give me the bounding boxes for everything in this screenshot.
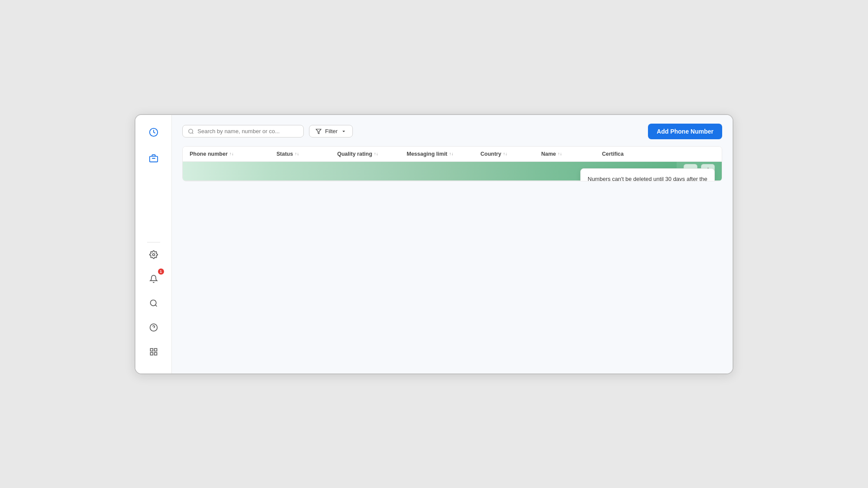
tooltip-text: Numbers can't be deleted until 30 days a…	[588, 176, 707, 181]
col-header-status[interactable]: Status ↑↓	[276, 151, 337, 157]
sidebar-icon-help[interactable]	[145, 319, 162, 336]
svg-rect-10	[154, 348, 157, 351]
svg-line-6	[155, 305, 157, 306]
filter-button[interactable]: Filter	[309, 125, 353, 138]
sidebar-icon-briefcase[interactable]	[145, 150, 162, 167]
search-input[interactable]	[197, 128, 298, 134]
col-name-label: Name	[541, 151, 556, 157]
svg-rect-11	[150, 352, 153, 355]
sidebar-icon-grid[interactable]	[145, 343, 162, 360]
sort-icon-name: ↑↓	[558, 151, 562, 156]
svg-point-4	[152, 253, 155, 255]
svg-rect-1	[149, 156, 157, 162]
col-status-label: Status	[276, 151, 293, 157]
sidebar-icon-settings[interactable]	[145, 246, 162, 263]
sidebar: 1	[135, 115, 172, 373]
svg-point-5	[150, 300, 156, 305]
svg-point-13	[189, 129, 193, 133]
toolbar: Filter Add Phone Number	[182, 124, 722, 139]
col-header-certificate: Certifica	[602, 151, 715, 157]
search-sidebar-icon	[149, 299, 158, 308]
svg-rect-12	[154, 352, 157, 355]
col-header-quality[interactable]: Quality rating ↑↓	[337, 151, 407, 157]
help-icon	[149, 323, 158, 332]
notification-wrapper: 1	[145, 270, 162, 288]
svg-rect-9	[150, 348, 153, 351]
tooltip-popup: Numbers can't be deleted until 30 days a…	[580, 168, 715, 181]
col-header-name[interactable]: Name ↑↓	[541, 151, 602, 157]
sidebar-icon-search[interactable]	[145, 295, 162, 312]
sidebar-divider	[147, 242, 160, 242]
sort-icon-quality: ↑↓	[374, 151, 378, 156]
settings-icon	[149, 250, 158, 259]
clock-icon	[149, 128, 158, 137]
col-messaging-label: Messaging limit	[407, 151, 447, 157]
toolbar-left: Filter	[182, 125, 353, 138]
col-cert-label: Certifica	[602, 151, 624, 157]
col-phone-label: Phone number	[190, 151, 228, 157]
svg-marker-15	[316, 129, 321, 134]
phone-numbers-table: Phone number ↑↓ Status ↑↓ Quality rating…	[182, 146, 722, 181]
sidebar-bottom: 1	[145, 246, 162, 365]
briefcase-icon	[149, 154, 158, 163]
search-box[interactable]	[182, 125, 304, 138]
col-header-messaging[interactable]: Messaging limit ↑↓	[407, 151, 480, 157]
sort-icon-status: ↑↓	[295, 151, 299, 156]
col-country-label: Country	[480, 151, 501, 157]
filter-label: Filter	[325, 128, 338, 134]
sidebar-top	[145, 124, 162, 239]
add-phone-number-button[interactable]: Add Phone Number	[648, 124, 722, 139]
notification-icon	[149, 275, 158, 283]
svg-line-14	[192, 132, 194, 134]
filter-icon	[316, 128, 322, 134]
col-header-phone-number[interactable]: Phone number ↑↓	[190, 151, 276, 157]
main-content: Filter Add Phone Number Phone number ↑↓ …	[172, 115, 733, 373]
grid-icon	[149, 347, 158, 356]
col-quality-label: Quality rating	[337, 151, 372, 157]
search-input-icon	[188, 128, 194, 134]
col-header-country[interactable]: Country ↑↓	[480, 151, 541, 157]
sort-icon-messaging: ↑↓	[449, 151, 454, 156]
sort-icon-phone: ↑↓	[230, 151, 234, 156]
table-header: Phone number ↑↓ Status ↑↓ Quality rating…	[183, 147, 722, 162]
notification-badge: 1	[158, 269, 164, 275]
chevron-down-icon	[341, 129, 346, 134]
app-frame: 1	[135, 114, 733, 374]
sidebar-icon-clock[interactable]	[145, 124, 162, 141]
sort-icon-country: ↑↓	[503, 151, 507, 156]
